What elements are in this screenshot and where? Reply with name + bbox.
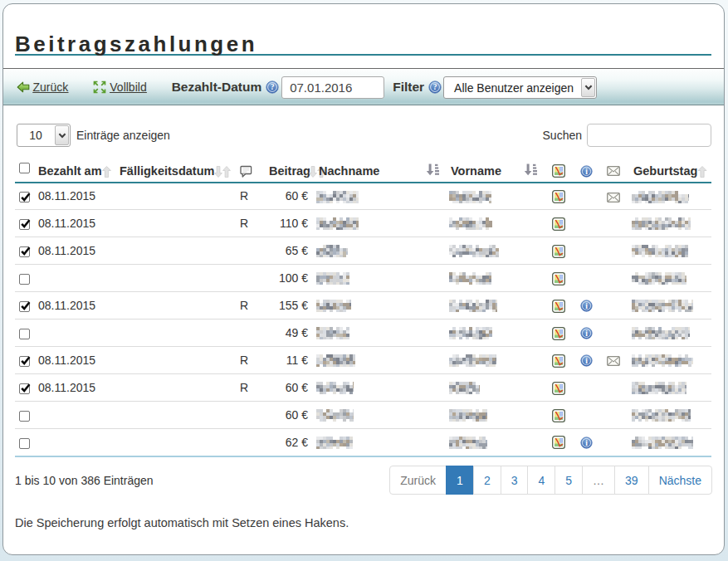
svg-text:?: ? — [433, 83, 437, 91]
column-label-nachname: Nachname — [319, 164, 379, 178]
mail-cell — [599, 374, 628, 402]
pagination-page-39-link[interactable]: 39 — [614, 466, 649, 495]
mail-cell — [599, 210, 628, 237]
geburtstag-redacted — [632, 327, 690, 339]
svg-text:?: ? — [271, 83, 275, 91]
map-icon[interactable] — [552, 271, 565, 284]
column-label-vorname: Vorname — [451, 164, 501, 178]
mail-cell — [599, 265, 628, 292]
faelligkeitsdatum-cell — [120, 402, 237, 429]
row-checkbox[interactable] — [19, 411, 30, 422]
pagination-page-1-link[interactable]: 1 — [446, 466, 474, 495]
pagination-page-2-link[interactable]: 2 — [473, 466, 501, 495]
chevron-down-icon — [581, 78, 595, 97]
map-icon[interactable] — [552, 353, 565, 366]
faelligkeitsdatum-cell — [120, 210, 237, 237]
header-map[interactable] — [545, 160, 573, 183]
map-icon[interactable] — [552, 407, 565, 421]
header-vermerk[interactable] — [237, 160, 269, 183]
faelligkeitsdatum-cell — [120, 237, 237, 265]
row-checkbox[interactable] — [19, 246, 30, 257]
map-cell — [545, 374, 573, 402]
pagination-page-3: 3 — [501, 466, 529, 495]
vorname-redacted — [449, 245, 499, 257]
table-footer: 1 bis 10 von 386 Einträgen Zurück12345…3… — [15, 466, 711, 495]
mail-cell — [599, 402, 628, 429]
info-icon[interactable]: i — [580, 435, 593, 448]
map-icon[interactable] — [552, 189, 565, 202]
back-link[interactable]: Zurück — [17, 80, 69, 94]
nachname-redacted — [316, 272, 349, 285]
map-cell — [545, 210, 573, 237]
row-checkbox[interactable] — [19, 356, 30, 367]
mail-icon[interactable] — [607, 354, 620, 367]
bezahlt-am-cell: 08.11.2015 — [38, 210, 120, 237]
row-checkbox[interactable] — [19, 438, 30, 449]
page-title: Beitragszahlungen — [15, 34, 711, 56]
map-icon[interactable] — [552, 325, 565, 339]
geburtstag-redacted — [632, 300, 693, 312]
column-label-beitrag: Beitrag — [269, 164, 310, 178]
map-cell — [545, 265, 573, 292]
vermerk-cell: R — [237, 210, 269, 237]
info-icon[interactable]: i — [580, 354, 593, 367]
info-cell — [573, 237, 599, 265]
beitrag-cell: 60 € — [269, 374, 316, 402]
info-icon[interactable]: i — [580, 299, 593, 312]
pagination-page-5-link[interactable]: 5 — [555, 466, 583, 495]
row-checkbox[interactable] — [19, 192, 30, 202]
help-icon[interactable]: ? — [266, 80, 279, 94]
map-icon[interactable] — [552, 380, 565, 393]
pagination-next-link[interactable]: Nächste — [648, 466, 712, 495]
fullscreen-link[interactable]: Vollbild — [92, 80, 146, 95]
info-cell: i — [573, 320, 599, 347]
vorname-redacted — [449, 409, 487, 422]
vorname-redacted — [449, 272, 491, 285]
row-checkbox[interactable] — [19, 383, 30, 394]
faelligkeitsdatum-cell — [120, 320, 237, 347]
header-bezahlt-am[interactable]: Bezahlt am — [38, 160, 120, 183]
map-icon[interactable] — [552, 243, 565, 256]
header-info[interactable]: i — [573, 160, 599, 183]
info-cell: i — [573, 347, 599, 374]
row-checkbox[interactable] — [19, 329, 30, 339]
filter-select[interactable]: Alle Benutzer anzeigen — [443, 76, 597, 99]
pagination-page-4-link[interactable]: 4 — [527, 466, 555, 495]
header-mail[interactable] — [599, 160, 628, 183]
header-geburtstag[interactable]: Geburtstag — [628, 160, 711, 183]
beitrag-cell: 49 € — [269, 320, 316, 347]
map-icon[interactable] — [552, 435, 565, 448]
beitrag-cell: 62 € — [269, 429, 316, 456]
row-select-cell — [15, 402, 38, 429]
pagination-page-3-link[interactable]: 3 — [501, 466, 529, 495]
row-select-cell — [15, 347, 38, 374]
header-beitrag[interactable]: Beitrag — [269, 160, 316, 183]
row-checkbox[interactable] — [19, 301, 30, 312]
back-link-label: Zurück — [33, 80, 69, 94]
faelligkeitsdatum-cell — [120, 183, 237, 210]
sort-amount-icon — [426, 163, 439, 178]
help-icon[interactable]: ? — [428, 80, 442, 94]
paid-date-input[interactable] — [281, 76, 384, 99]
map-icon[interactable] — [552, 298, 565, 311]
header-select-all — [15, 160, 38, 183]
page-length-select[interactable]: 10 — [17, 124, 71, 147]
beitrag-cell: 60 € — [269, 402, 316, 429]
search-input[interactable] — [587, 124, 711, 147]
info-icon[interactable]: i — [580, 326, 593, 339]
header-vorname[interactable]: Vorname — [449, 160, 545, 183]
vermerk-cell — [237, 402, 269, 429]
row-checkbox[interactable] — [19, 219, 30, 230]
select-all-checkbox[interactable] — [19, 163, 30, 173]
map-icon[interactable] — [552, 216, 565, 229]
expand-arrows-icon — [92, 80, 107, 95]
mail-icon[interactable] — [607, 189, 620, 202]
header-nachname[interactable]: Nachname — [316, 160, 449, 183]
vermerk-cell — [237, 429, 269, 456]
pagination-page-39: 39 — [615, 466, 649, 495]
row-checkbox[interactable] — [19, 274, 30, 285]
mail-cell — [599, 292, 628, 320]
nachname-redacted — [316, 300, 351, 312]
faelligkeitsdatum-cell — [120, 347, 237, 374]
header-faelligkeitsdatum[interactable]: Fälligkeitsdatum — [120, 160, 237, 183]
